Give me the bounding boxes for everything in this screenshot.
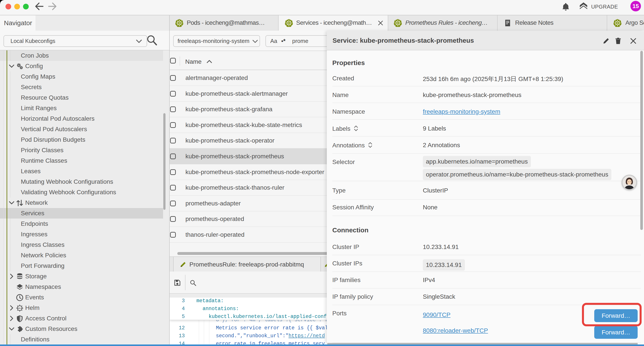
svg-text:HELM: HELM xyxy=(17,307,22,309)
